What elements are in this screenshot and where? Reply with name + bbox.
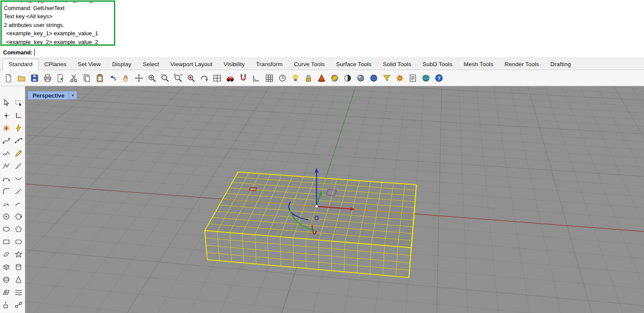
tab-viewport-layout[interactable]: Viewport Layout	[165, 59, 218, 70]
mesh-grid-icon[interactable]	[0, 311, 13, 313]
zoom-selected-icon[interactable]	[186, 72, 196, 84]
tab-mesh-tools[interactable]: Mesh Tools	[458, 59, 499, 70]
main-tool-sidebar	[0, 86, 25, 313]
interp-curve-icon[interactable]	[13, 135, 25, 147]
rainbow-sphere-icon[interactable]	[329, 72, 340, 84]
viewport-title[interactable]: Perspective	[28, 91, 69, 100]
undo-icon[interactable]	[107, 72, 118, 84]
command-history: <example_key_2> example_value_2 Command:…	[0, 0, 115, 46]
star-icon[interactable]	[13, 248, 25, 261]
open-file-icon[interactable]	[16, 72, 27, 84]
gear-settings-icon[interactable]	[394, 72, 405, 84]
arc-down-icon[interactable]	[13, 172, 25, 185]
ellipse-icon[interactable]	[0, 223, 13, 236]
viewport-menu-dropdown[interactable]: ▼	[69, 91, 77, 100]
print-icon[interactable]	[42, 72, 53, 84]
tab-visibility[interactable]: Visibility	[218, 59, 250, 70]
shaded-sphere-icon[interactable]	[342, 72, 353, 84]
toolbar-tab-strip: StandardCPlanesSet ViewDisplaySelectView…	[0, 58, 644, 70]
polyline-icon[interactable]	[0, 160, 13, 172]
copy-icon[interactable]	[81, 72, 92, 84]
tab-surface-tools[interactable]: Surface Tools	[330, 59, 377, 70]
pipe-tool-icon[interactable]	[13, 299, 25, 311]
grid-snap-icon[interactable]	[264, 72, 274, 84]
new-file-icon[interactable]	[3, 72, 13, 84]
main-area: Perspective ▼	[0, 86, 644, 313]
render-cone-icon[interactable]	[316, 72, 327, 84]
cv-curve-icon[interactable]	[0, 135, 13, 147]
svg-text:?: ?	[437, 75, 440, 81]
extend-curve-icon[interactable]	[13, 198, 25, 210]
plane-srf-icon[interactable]	[0, 248, 13, 261]
selection-filter-icon[interactable]	[381, 72, 392, 84]
box-solid-icon[interactable]	[0, 261, 13, 273]
surface-grid-icon[interactable]	[0, 286, 13, 299]
history-line: <example_key_1> example_value_1	[4, 29, 112, 38]
viewport-canvas[interactable]	[25, 86, 644, 313]
point-tool-icon[interactable]	[0, 109, 13, 122]
pan-hand-icon[interactable]	[120, 72, 131, 84]
cylinder-icon[interactable]	[13, 261, 25, 273]
rounded-rectangle-icon[interactable]	[13, 236, 25, 248]
viewport-layout-icon[interactable]	[212, 72, 222, 84]
sketch-pencil-icon[interactable]	[13, 147, 25, 160]
arc-icon[interactable]	[0, 172, 13, 185]
object-snap-icon[interactable]	[238, 72, 248, 84]
tab-set-view[interactable]: Set View	[72, 59, 107, 70]
polygon-icon[interactable]	[13, 223, 25, 236]
lock-icon[interactable]	[303, 72, 314, 84]
loft-curves-icon[interactable]	[13, 286, 25, 299]
tab-curve-tools[interactable]: Curve Tools	[288, 59, 330, 70]
ortho-icon[interactable]	[251, 72, 261, 84]
tab-solid-tools[interactable]: Solid Tools	[377, 59, 417, 70]
earth-icon[interactable]	[420, 72, 431, 84]
tab-display[interactable]: Display	[107, 59, 137, 70]
circle-center-icon[interactable]	[0, 210, 13, 223]
lightning-icon[interactable]	[13, 122, 25, 135]
help-icon[interactable]: ?	[434, 72, 444, 84]
shade-car-icon[interactable]	[225, 72, 235, 84]
popup-star-icon[interactable]	[0, 122, 13, 135]
zoom-dynamic-icon[interactable]	[147, 72, 157, 84]
chevron-down-icon: ▼	[71, 94, 75, 98]
zoom-window-icon[interactable]	[160, 72, 170, 84]
cut-icon[interactable]	[68, 72, 79, 84]
tab-transform[interactable]: Transform	[250, 59, 288, 70]
tab-standard[interactable]: Standard	[3, 59, 39, 70]
record-history-icon[interactable]	[277, 72, 287, 84]
rectangle-icon[interactable]	[0, 236, 13, 248]
fillet-corner-icon[interactable]	[0, 185, 13, 198]
command-prompt[interactable]: Command:	[0, 47, 644, 58]
circle-point-icon[interactable]	[13, 210, 25, 223]
export-page-icon[interactable]	[55, 72, 66, 84]
xray-sphere-icon[interactable]	[368, 72, 379, 84]
select-window-icon[interactable]	[13, 97, 25, 109]
cone-solid-icon[interactable]	[13, 273, 25, 286]
subd-blob-icon[interactable]	[13, 311, 25, 313]
blend-curve-icon[interactable]	[13, 185, 25, 198]
tab-cplanes[interactable]: CPlanes	[39, 59, 72, 70]
extrude-arrow-icon[interactable]	[0, 299, 13, 311]
rotate-view-icon[interactable]	[199, 72, 209, 84]
viewport-title-tab[interactable]: Perspective ▼	[28, 91, 77, 100]
history-line: Command: GetUserText	[4, 4, 112, 13]
tab-render-tools[interactable]: Render Tools	[499, 59, 544, 70]
line-segment-icon[interactable]	[13, 160, 25, 172]
lights-icon[interactable]	[290, 72, 300, 84]
tab-subd-tools[interactable]: SubD Tools	[417, 59, 458, 70]
command-history-area: <example_key_2> example_value_2 Command:…	[0, 0, 644, 47]
save-icon[interactable]	[29, 72, 40, 84]
paste-icon[interactable]	[94, 72, 105, 84]
select-arrow-icon[interactable]	[0, 97, 13, 109]
offset-curve-icon[interactable]	[0, 198, 13, 210]
object-properties-icon[interactable]	[407, 72, 418, 84]
ghosted-sphere-icon[interactable]	[355, 72, 366, 84]
move-icon[interactable]	[133, 72, 144, 84]
axis-widget-icon[interactable]	[13, 109, 25, 122]
tab-drafting[interactable]: Drafting	[545, 59, 577, 70]
sphere-solid-icon[interactable]	[0, 273, 13, 286]
tab-select[interactable]: Select	[137, 59, 165, 70]
perspective-viewport[interactable]: Perspective ▼	[25, 86, 644, 313]
zoom-extents-icon[interactable]	[173, 72, 183, 84]
freeform-curve-icon[interactable]	[0, 147, 13, 160]
